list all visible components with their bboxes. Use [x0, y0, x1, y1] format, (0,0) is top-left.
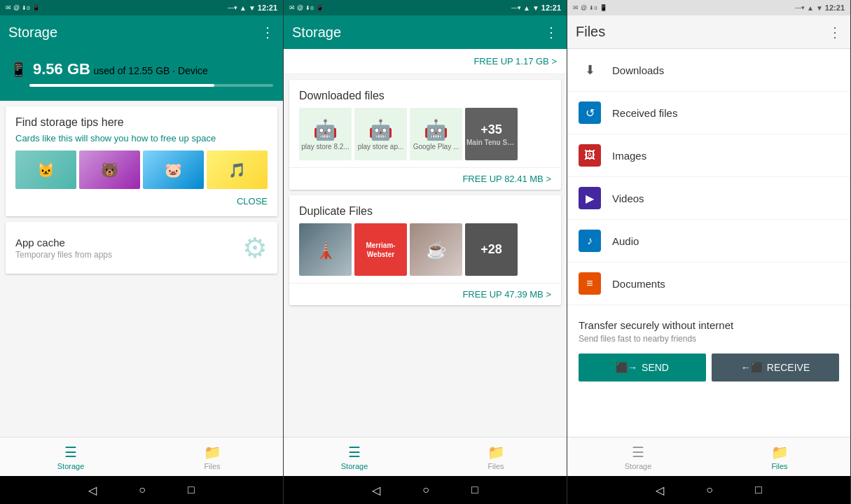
nav-storage-3[interactable]: ☰ Storage — [567, 438, 709, 476]
audio-icon: ♪ — [579, 230, 601, 252]
storage-nav-label-1: Storage — [57, 462, 85, 470]
back-btn-2[interactable]: ◁ — [372, 484, 380, 497]
recents-btn-2[interactable]: □ — [471, 484, 478, 496]
app-bar-1: Storage ⋮ — [0, 15, 283, 49]
nav-storage-2[interactable]: ☰ Storage — [284, 438, 425, 476]
more-label: Main Tenu Sa... — [465, 139, 518, 146]
close-button[interactable]: CLOSE — [15, 196, 268, 206]
time-1: 12:21 — [258, 4, 277, 12]
more-menu-2[interactable]: ⋮ — [544, 24, 558, 41]
duplicate-free-up[interactable]: FREE UP 47.39 MB > — [289, 283, 561, 305]
storage-nav-label-2: Storage — [341, 462, 368, 470]
menu-item-documents[interactable]: ≡ Documents — [567, 262, 850, 305]
nav-files-1[interactable]: 📁 Files — [141, 438, 283, 476]
tips-card: Find storage tips here Cards like this w… — [6, 106, 277, 216]
tip-image-3: 🐷 — [143, 150, 204, 189]
receive-button[interactable]: ←⬛ RECEIVE — [712, 354, 839, 382]
send-icon: ⬛→ — [616, 362, 637, 373]
transfer-subtitle: Send files fast to nearby friends — [579, 334, 839, 344]
downloads-label: Downloads — [612, 64, 664, 76]
send-button[interactable]: ⬛→ SEND — [579, 354, 706, 382]
tip-image-4: 🎵 — [207, 150, 268, 189]
storage-total: 12.55 GB — [128, 65, 169, 76]
storage-bar-track — [29, 84, 273, 87]
downloaded-files-card: Downloaded files 🤖 play store 8.2... 🤖 p… — [289, 80, 561, 190]
menu-item-videos[interactable]: ▶ Videos — [567, 177, 850, 220]
dup-thumb-1[interactable]: 🗼 — [299, 223, 352, 276]
status-bar-2: ✉ @ ⬇0 📱 —▾ ▲ ▼ 12:21 — [284, 0, 567, 15]
back-btn-1[interactable]: ◁ — [88, 484, 97, 497]
cache-info: App cache Temporary files from apps — [15, 237, 112, 260]
menu-item-received[interactable]: ↺ Received files — [567, 92, 850, 134]
status-right-1: —▾ ▲ ▼ 12:21 — [228, 4, 277, 12]
menu-item-images[interactable]: 🖼 Images — [567, 134, 850, 177]
more-count: +35 — [480, 122, 502, 137]
file-label-1: play store 8.2... — [299, 143, 352, 150]
wifi-icon-1: ▼ — [249, 4, 256, 12]
file-thumb-1[interactable]: 🤖 play store 8.2... — [299, 108, 352, 160]
signal-icon-3: ▲ — [807, 4, 814, 12]
menu-item-audio[interactable]: ♪ Audio — [567, 220, 850, 262]
home-btn-3[interactable]: ○ — [706, 484, 713, 496]
send-label: SEND — [642, 362, 669, 373]
storage-header: 📱 9.56 GB used of 12.55 GB · Device — [0, 49, 283, 101]
file-thumb-2[interactable]: 🤖 play store ap... — [354, 108, 407, 160]
wifi-icon-2: ▼ — [532, 4, 539, 12]
tip-image-2: 🐻 — [79, 150, 140, 189]
transfer-section: Transfer securely without internet Send … — [567, 308, 850, 393]
nav-files-2[interactable]: 📁 Files — [425, 438, 567, 476]
notification-icon-2: ✉ — [289, 4, 295, 11]
file-thumb-more[interactable]: +35 Main Tenu Sa... — [465, 108, 518, 160]
tips-title: Find storage tips here — [15, 116, 268, 129]
downloaded-title: Downloaded files — [289, 80, 561, 108]
images-icon: 🖼 — [579, 144, 601, 167]
menu-item-downloads[interactable]: ⬇ Downloads — [567, 49, 850, 92]
storage-device-row: 📱 9.56 GB used of 12.55 GB · Device — [10, 60, 273, 78]
tips-subtitle: Cards like this will show you how to fre… — [15, 133, 268, 144]
files-nav-label-3: Files — [771, 462, 787, 470]
free-up-top[interactable]: FREE UP 1.17 GB > — [284, 49, 567, 74]
files-app-title: Files — [576, 24, 605, 40]
bottom-nav-1: ☰ Storage 📁 Files — [0, 437, 283, 476]
cache-card[interactable]: App cache Temporary files from apps ⚙ — [6, 222, 277, 274]
battery-icon-1: —▾ — [228, 4, 237, 11]
storage-used-value: 9.56 GB — [33, 60, 90, 78]
panel-storage-downloads: ✉ @ ⬇0 📱 —▾ ▲ ▼ 12:21 Storage ⋮ FREE UP … — [284, 0, 567, 504]
home-btn-1[interactable]: ○ — [139, 484, 146, 496]
wifi-icon-3: ▼ — [816, 4, 823, 12]
nav-files-3[interactable]: 📁 Files — [709, 438, 850, 476]
received-label: Received files — [612, 107, 677, 119]
panel-storage-main: ✉ @ ⬇0 📱 —▾ ▲ ▼ 12:21 Storage ⋮ 📱 9.56 G… — [0, 0, 284, 504]
android-icon-1: 🤖 — [313, 118, 338, 141]
dup-thumb-3[interactable]: ☕ — [410, 223, 462, 276]
screen-icon-1: 📱 — [32, 4, 40, 11]
more-menu-1[interactable]: ⋮ — [261, 24, 275, 41]
files-more-menu[interactable]: ⋮ — [828, 24, 842, 41]
tip-image-1: 🐱 — [15, 150, 76, 189]
time-3: 12:21 — [825, 4, 845, 12]
spacer-2 — [284, 305, 567, 314]
duplicate-files-card: Duplicate Files 🗼 Merriam-Webster ☕ +28 … — [289, 195, 561, 305]
documents-label: Documents — [612, 278, 665, 290]
screen-icon-2: 📱 — [316, 4, 324, 11]
dup-thumb-2[interactable]: Merriam-Webster — [354, 223, 407, 276]
file-thumb-3[interactable]: 🤖 Google Play ... — [410, 108, 462, 160]
downloaded-free-up[interactable]: FREE UP 82.41 MB > — [289, 167, 561, 190]
nav-storage-1[interactable]: ☰ Storage — [0, 438, 141, 476]
home-btn-2[interactable]: ○ — [422, 484, 429, 496]
storage-nav-icon-1: ☰ — [64, 444, 77, 461]
status-right-3: —▾ ▲ ▼ 12:21 — [795, 4, 845, 12]
dup-thumb-more[interactable]: +28 — [465, 223, 518, 276]
storage-device-label: Device — [178, 65, 208, 76]
recents-btn-1[interactable]: □ — [188, 484, 195, 496]
android-nav-3: ◁ ○ □ — [567, 476, 850, 504]
signal-icon-1: ▲ — [240, 4, 247, 12]
back-btn-3[interactable]: ◁ — [656, 484, 664, 497]
recents-btn-3[interactable]: □ — [755, 484, 762, 496]
bottom-nav-2: ☰ Storage 📁 Files — [284, 437, 567, 476]
signal-icon-2: ▲ — [523, 4, 530, 12]
screen-icon-3: 📱 — [600, 4, 607, 11]
audio-label: Audio — [612, 235, 639, 247]
status-bar-3: ✉ @ ⬇0 📱 —▾ ▲ ▼ 12:21 — [567, 0, 850, 15]
files-nav-icon-1: 📁 — [204, 444, 221, 461]
